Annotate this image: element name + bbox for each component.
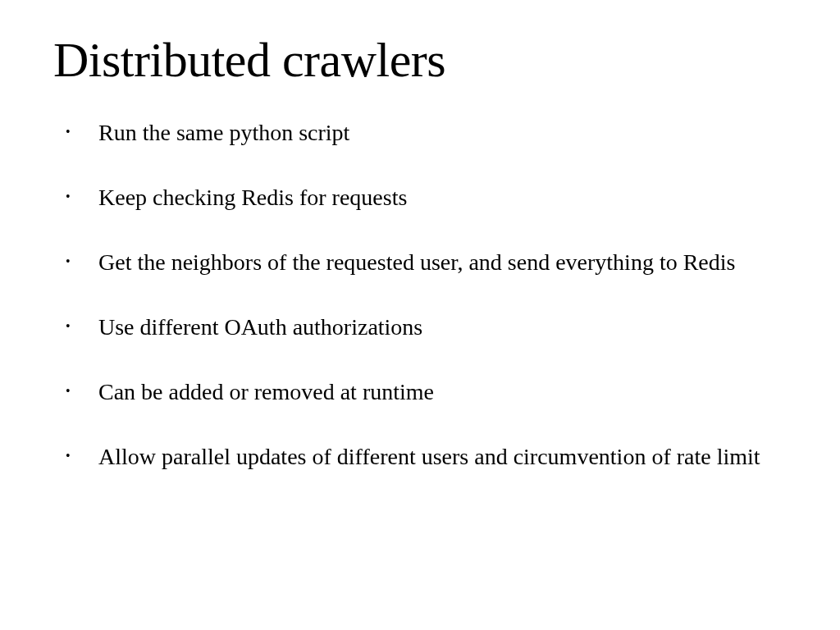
list-item: Can be added or removed at runtime xyxy=(53,377,787,406)
slide-title: Distributed crawlers xyxy=(53,33,787,87)
list-item: Run the same python script xyxy=(53,118,787,147)
list-item: Use different OAuth authorizations xyxy=(53,313,787,341)
list-item: Allow parallel updates of different user… xyxy=(53,442,787,471)
bullet-list: Run the same python script Keep checking… xyxy=(53,118,787,471)
list-item: Keep checking Redis for requests xyxy=(53,183,787,212)
list-item: Get the neighbors of the requested user,… xyxy=(53,248,787,276)
